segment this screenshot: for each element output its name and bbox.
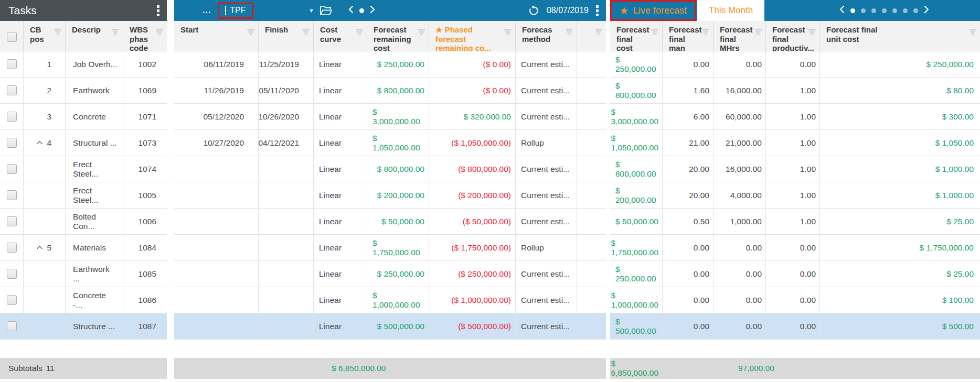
forecast-method-cell[interactable]: Current esti... bbox=[516, 313, 577, 339]
live-forecast-row[interactable]: $ 1,750,000.00 0.00 0.00 0.00 $ 1,750,00… bbox=[610, 235, 980, 261]
wbs-phase-code-cell[interactable]: 1087 bbox=[123, 313, 167, 339]
forecast-final-mhrs-cell[interactable]: 21,000.00 bbox=[713, 130, 766, 156]
wbs-phase-code-cell[interactable]: 1074 bbox=[123, 156, 167, 182]
forecast-final-man-hours-cell[interactable]: 21.00 bbox=[663, 130, 713, 156]
wbs-phase-code-cell[interactable]: 1071 bbox=[123, 104, 167, 129]
forecast-final-mhrs-cell[interactable]: 0.00 bbox=[713, 287, 766, 313]
forecast-method-cell[interactable]: Rollup bbox=[516, 130, 577, 156]
cost-curve-cell[interactable]: Linear bbox=[314, 261, 367, 287]
forecast-final-man-hours-cell[interactable]: 0.00 bbox=[663, 261, 713, 287]
filter-icon[interactable] bbox=[418, 29, 425, 35]
forecast-final-mhrs-cell[interactable]: 1,000.00 bbox=[713, 209, 766, 234]
forecast-method-cell[interactable]: Current esti... bbox=[516, 104, 577, 129]
column-header-forecast-remaining-cost[interactable]: Forecast remaining cost bbox=[367, 21, 429, 53]
live-forecast-row[interactable]: $ 800,000.00 20.00 16,000.00 1.00 $ 1,00… bbox=[610, 156, 980, 182]
forecast-remaining-cost-cell[interactable]: $ 250,000.00 bbox=[367, 261, 429, 287]
pager-next-icon[interactable] bbox=[924, 5, 929, 16]
column-header-forecast-method[interactable]: Forecas method bbox=[516, 21, 577, 53]
forecast-final-cost-cell[interactable]: $ 800,000.00 bbox=[610, 156, 663, 182]
description-cell[interactable]: Job Overh... bbox=[66, 51, 123, 77]
filter-icon[interactable] bbox=[54, 29, 61, 35]
start-cell[interactable]: 11/26/2019 bbox=[174, 78, 259, 103]
description-cell[interactable]: Erect Steel... bbox=[66, 156, 123, 182]
collapse-chevron-icon[interactable] bbox=[36, 140, 43, 145]
wbs-phase-code-cell[interactable]: 1085 bbox=[123, 261, 167, 287]
cb-position-cell[interactable] bbox=[24, 313, 66, 339]
cb-position-cell[interactable]: 1 bbox=[24, 51, 66, 77]
start-cell[interactable] bbox=[174, 287, 259, 313]
forecast-final-unit-cost-cell[interactable]: $ 1,000.00 bbox=[820, 182, 980, 208]
forecast-final-mhrs-cell[interactable]: 4,000.00 bbox=[713, 182, 766, 208]
row-checkbox[interactable] bbox=[7, 295, 17, 305]
task-row[interactable]: Bolted Con... 1006 bbox=[0, 209, 167, 235]
start-cell[interactable]: 10/27/2020 bbox=[174, 130, 259, 156]
phased-forecast-cell[interactable]: ($ 250,000.00) bbox=[429, 261, 516, 287]
cb-position-cell[interactable] bbox=[24, 156, 66, 182]
wbs-phase-code-cell[interactable]: 1069 bbox=[123, 78, 167, 103]
cb-position-cell[interactable] bbox=[24, 261, 66, 287]
forecast-final-productivity-cell[interactable]: 1.00 bbox=[766, 104, 820, 129]
forecast-final-productivity-cell[interactable]: 0.00 bbox=[766, 287, 820, 313]
start-cell[interactable] bbox=[174, 156, 259, 182]
task-row[interactable]: Erect Steel... 1005 bbox=[0, 182, 167, 209]
forecast-final-mhrs-cell[interactable]: 0.00 bbox=[713, 51, 766, 77]
wbs-phase-code-cell[interactable]: 1073 bbox=[123, 130, 167, 156]
task-row[interactable]: 1 Job Overh... 1002 bbox=[0, 51, 167, 78]
folder-open-icon[interactable] bbox=[319, 5, 333, 16]
finish-cell[interactable]: 04/12/2021 bbox=[259, 130, 314, 156]
cost-curve-cell[interactable]: Linear bbox=[314, 51, 367, 77]
forecast-final-man-hours-cell[interactable]: 6.00 bbox=[663, 104, 713, 129]
live-forecast-row[interactable]: $ 3,000,000.00 6.00 60,000.00 1.00 $ 300… bbox=[610, 104, 980, 130]
row-checkbox[interactable] bbox=[7, 243, 17, 253]
forecast-remaining-cost-cell[interactable]: $ 800,000.00 bbox=[367, 78, 429, 103]
forecast-method-cell[interactable]: Current esti... bbox=[516, 51, 577, 77]
forecast-method-cell[interactable]: Current esti... bbox=[516, 261, 577, 287]
forecast-final-man-hours-cell[interactable]: 0.00 bbox=[663, 51, 713, 77]
finish-cell[interactable]: 11/25/2019 bbox=[259, 51, 314, 77]
live-forecast-row[interactable]: $ 1,000,000.00 0.00 0.00 0.00 $ 100.00 bbox=[610, 287, 980, 313]
row-checkbox[interactable] bbox=[7, 85, 17, 95]
description-cell[interactable]: Earthwork bbox=[66, 78, 123, 103]
description-cell[interactable]: Erect Steel... bbox=[66, 182, 123, 208]
forecast-row[interactable]: 06/11/2019 11/25/2019 Linear $ 250,000.0… bbox=[174, 51, 606, 78]
finish-cell[interactable]: 10/26/2020 bbox=[259, 104, 314, 129]
pager-dot[interactable] bbox=[850, 8, 855, 13]
finish-cell[interactable]: 05/11/2020 bbox=[259, 78, 314, 103]
forecast-row[interactable]: Linear $ 800,000.00 ($ 800,000.00) Curre… bbox=[174, 156, 606, 182]
phased-forecast-cell[interactable]: $ 320,000.00 bbox=[429, 104, 516, 129]
cost-curve-cell[interactable]: Linear bbox=[314, 78, 367, 103]
start-cell[interactable]: 05/12/2020 bbox=[174, 104, 259, 129]
forecast-remaining-cost-cell[interactable]: $ 500,000.00 bbox=[367, 313, 429, 339]
forecast-final-unit-cost-cell[interactable]: $ 250,000.00 bbox=[820, 51, 980, 77]
forecast-remaining-cost-cell[interactable]: $ 1,750,000.00 bbox=[367, 235, 429, 260]
forecast-final-unit-cost-cell[interactable]: $ 500.00 bbox=[820, 313, 980, 339]
filter-icon[interactable] bbox=[504, 29, 512, 35]
filter-icon[interactable] bbox=[156, 29, 163, 35]
filter-icon[interactable] bbox=[651, 29, 658, 35]
forecast-row[interactable]: Linear $ 1,000,000.00 ($ 1,000,000.00) C… bbox=[174, 287, 606, 313]
phased-forecast-cell[interactable]: ($ 1,000,000.00) bbox=[429, 287, 516, 313]
forecast-method-cell[interactable]: Current esti... bbox=[516, 287, 577, 313]
filter-icon[interactable] bbox=[302, 29, 310, 35]
finish-cell[interactable] bbox=[259, 261, 314, 287]
tab-this-month[interactable]: This Month bbox=[697, 0, 764, 21]
live-forecast-row[interactable]: $ 50,000.00 0.50 1,000.00 1.00 $ 25.00 bbox=[610, 209, 980, 235]
forecast-final-productivity-cell[interactable]: 1.00 bbox=[766, 182, 820, 208]
column-header-phased-forecast[interactable]: ★ Phased forecast remaining co... bbox=[429, 21, 516, 53]
data-date[interactable]: 08/07/2019 bbox=[547, 6, 589, 15]
task-row[interactable]: 3 Concrete 1071 bbox=[0, 104, 167, 130]
pager-dot[interactable] bbox=[871, 8, 876, 13]
forecast-remaining-cost-cell[interactable]: $ 50,000.00 bbox=[367, 209, 429, 234]
forecast-method-cell[interactable]: Current esti... bbox=[516, 78, 577, 103]
tab-live-forecast[interactable]: ★ Live forecast bbox=[612, 2, 695, 19]
phased-forecast-cell[interactable]: ($ 1,750,000.00) bbox=[429, 235, 516, 260]
finish-cell[interactable] bbox=[259, 156, 314, 182]
more-options-button[interactable]: ... bbox=[203, 6, 211, 15]
forecast-final-mhrs-cell[interactable]: 60,000.00 bbox=[713, 104, 766, 129]
forecast-row[interactable]: 10/27/2020 04/12/2021 Linear $ 1,050,000… bbox=[174, 130, 606, 156]
forecast-row[interactable]: 05/12/2020 10/26/2020 Linear $ 3,000,000… bbox=[174, 104, 606, 130]
forecast-remaining-cost-cell[interactable]: $ 3,000,000.00 bbox=[367, 104, 429, 129]
forecast-final-unit-cost-cell[interactable]: $ 25.00 bbox=[820, 209, 980, 234]
forecast-final-productivity-cell[interactable]: 1.00 bbox=[766, 209, 820, 234]
cb-position-cell[interactable] bbox=[24, 209, 66, 234]
